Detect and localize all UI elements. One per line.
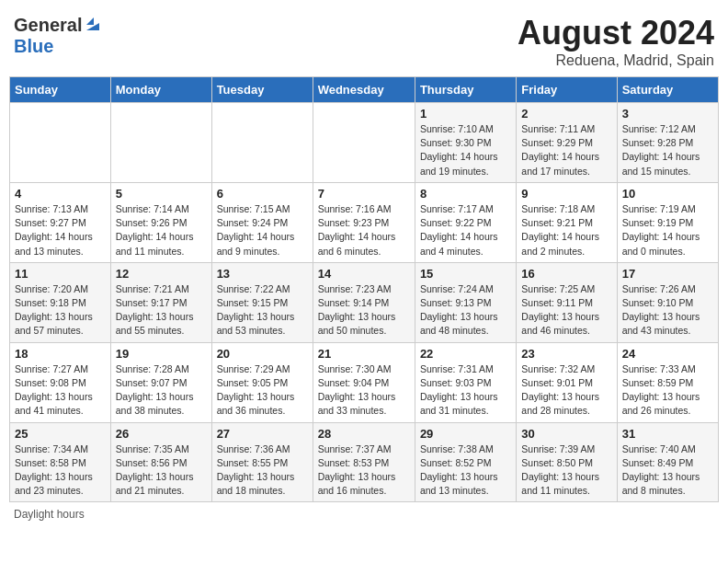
day-info: Sunrise: 7:17 AMSunset: 9:22 PMDaylight:… <box>420 202 511 259</box>
day-cell: 29Sunrise: 7:38 AMSunset: 8:52 PMDayligh… <box>415 422 516 502</box>
day-number: 3 <box>622 107 713 121</box>
day-number: 12 <box>116 267 207 281</box>
day-number: 31 <box>622 427 713 441</box>
day-cell: 30Sunrise: 7:39 AMSunset: 8:50 PMDayligh… <box>517 422 617 502</box>
day-info: Sunrise: 7:25 AMSunset: 9:11 PMDaylight:… <box>521 282 611 339</box>
day-info: Sunrise: 7:13 AMSunset: 9:27 PMDaylight:… <box>15 202 106 259</box>
day-info: Sunrise: 7:18 AMSunset: 9:21 PMDaylight:… <box>521 202 611 259</box>
day-number: 4 <box>15 187 106 201</box>
day-cell: 26Sunrise: 7:35 AMSunset: 8:56 PMDayligh… <box>110 422 211 502</box>
week-row-1: 1Sunrise: 7:10 AMSunset: 9:30 PMDaylight… <box>10 103 719 183</box>
day-info: Sunrise: 7:16 AMSunset: 9:23 PMDaylight:… <box>318 202 410 259</box>
day-cell: 31Sunrise: 7:40 AMSunset: 8:49 PMDayligh… <box>617 422 718 502</box>
day-cell <box>10 103 111 183</box>
day-number: 27 <box>217 427 308 441</box>
day-cell: 3Sunrise: 7:12 AMSunset: 9:28 PMDaylight… <box>617 103 718 183</box>
day-cell: 6Sunrise: 7:15 AMSunset: 9:24 PMDaylight… <box>211 182 313 262</box>
day-info: Sunrise: 7:11 AMSunset: 9:29 PMDaylight:… <box>521 122 611 178</box>
day-number: 8 <box>420 187 511 201</box>
day-number: 21 <box>318 347 410 361</box>
logo-arrow-icon <box>85 16 101 36</box>
day-info: Sunrise: 7:15 AMSunset: 9:24 PMDaylight:… <box>217 202 308 259</box>
logo-general-text: General <box>14 15 82 36</box>
week-row-4: 18Sunrise: 7:27 AMSunset: 9:08 PMDayligh… <box>10 342 719 422</box>
day-number: 24 <box>622 347 713 361</box>
header: General Blue August 2024 Reduena, Madrid… <box>9 9 719 69</box>
day-info: Sunrise: 7:23 AMSunset: 9:14 PMDaylight:… <box>318 282 410 339</box>
day-number: 14 <box>318 267 410 281</box>
day-cell: 12Sunrise: 7:21 AMSunset: 9:17 PMDayligh… <box>110 262 211 342</box>
day-cell <box>313 103 415 183</box>
footer-note: Daylight hours <box>9 508 719 521</box>
day-cell: 22Sunrise: 7:31 AMSunset: 9:03 PMDayligh… <box>415 342 516 422</box>
day-cell: 4Sunrise: 7:13 AMSunset: 9:27 PMDaylight… <box>10 182 111 262</box>
day-info: Sunrise: 7:40 AMSunset: 8:49 PMDaylight:… <box>622 442 713 499</box>
day-info: Sunrise: 7:39 AMSunset: 8:50 PMDaylight:… <box>521 442 611 499</box>
day-info: Sunrise: 7:29 AMSunset: 9:05 PMDaylight:… <box>217 362 308 419</box>
day-number: 30 <box>521 427 611 441</box>
day-number: 17 <box>622 267 713 281</box>
day-cell: 2Sunrise: 7:11 AMSunset: 9:29 PMDaylight… <box>517 103 617 183</box>
day-info: Sunrise: 7:27 AMSunset: 9:08 PMDaylight:… <box>15 362 106 419</box>
month-title: August 2024 <box>518 14 714 52</box>
day-cell: 7Sunrise: 7:16 AMSunset: 9:23 PMDaylight… <box>313 182 415 262</box>
day-cell: 27Sunrise: 7:36 AMSunset: 8:55 PMDayligh… <box>211 422 313 502</box>
day-info: Sunrise: 7:12 AMSunset: 9:28 PMDaylight:… <box>622 122 713 178</box>
day-cell: 21Sunrise: 7:30 AMSunset: 9:04 PMDayligh… <box>313 342 415 422</box>
day-cell <box>110 103 211 183</box>
location-title: Reduena, Madrid, Spain <box>518 52 714 69</box>
day-info: Sunrise: 7:33 AMSunset: 8:59 PMDaylight:… <box>622 362 713 419</box>
day-info: Sunrise: 7:21 AMSunset: 9:17 PMDaylight:… <box>116 282 207 339</box>
weekday-header-saturday: Saturday <box>617 77 718 103</box>
day-info: Sunrise: 7:36 AMSunset: 8:55 PMDaylight:… <box>217 442 308 499</box>
day-number: 6 <box>217 187 308 201</box>
logo-blue-text: Blue <box>14 36 53 56</box>
day-info: Sunrise: 7:32 AMSunset: 9:01 PMDaylight:… <box>521 362 611 419</box>
day-info: Sunrise: 7:38 AMSunset: 8:52 PMDaylight:… <box>420 442 511 499</box>
day-number: 16 <box>521 267 611 281</box>
day-number: 13 <box>217 267 308 281</box>
day-number: 18 <box>15 347 106 361</box>
day-info: Sunrise: 7:26 AMSunset: 9:10 PMDaylight:… <box>622 282 713 339</box>
day-number: 1 <box>420 107 511 121</box>
day-info: Sunrise: 7:37 AMSunset: 8:53 PMDaylight:… <box>318 442 410 499</box>
day-cell: 16Sunrise: 7:25 AMSunset: 9:11 PMDayligh… <box>517 262 617 342</box>
day-number: 20 <box>217 347 308 361</box>
day-info: Sunrise: 7:24 AMSunset: 9:13 PMDaylight:… <box>420 282 511 339</box>
day-cell: 1Sunrise: 7:10 AMSunset: 9:30 PMDaylight… <box>415 103 516 183</box>
weekday-header-row: SundayMondayTuesdayWednesdayThursdayFrid… <box>10 77 719 103</box>
day-info: Sunrise: 7:28 AMSunset: 9:07 PMDaylight:… <box>116 362 207 419</box>
day-info: Sunrise: 7:20 AMSunset: 9:18 PMDaylight:… <box>15 282 106 339</box>
day-cell: 11Sunrise: 7:20 AMSunset: 9:18 PMDayligh… <box>10 262 111 342</box>
day-number: 9 <box>521 187 611 201</box>
day-cell: 17Sunrise: 7:26 AMSunset: 9:10 PMDayligh… <box>617 262 718 342</box>
weekday-header-wednesday: Wednesday <box>313 77 415 103</box>
calendar-table: SundayMondayTuesdayWednesdayThursdayFrid… <box>9 76 719 502</box>
day-number: 29 <box>420 427 511 441</box>
day-number: 26 <box>116 427 207 441</box>
day-number: 23 <box>521 347 611 361</box>
svg-marker-1 <box>86 17 94 25</box>
day-info: Sunrise: 7:35 AMSunset: 8:56 PMDaylight:… <box>116 442 207 499</box>
weekday-header-tuesday: Tuesday <box>211 77 313 103</box>
day-number: 25 <box>15 427 106 441</box>
day-cell: 25Sunrise: 7:34 AMSunset: 8:58 PMDayligh… <box>10 422 111 502</box>
day-cell <box>211 103 313 183</box>
day-cell: 8Sunrise: 7:17 AMSunset: 9:22 PMDaylight… <box>415 182 516 262</box>
day-number: 10 <box>622 187 713 201</box>
weekday-header-thursday: Thursday <box>415 77 516 103</box>
day-cell: 15Sunrise: 7:24 AMSunset: 9:13 PMDayligh… <box>415 262 516 342</box>
day-cell: 13Sunrise: 7:22 AMSunset: 9:15 PMDayligh… <box>211 262 313 342</box>
day-cell: 20Sunrise: 7:29 AMSunset: 9:05 PMDayligh… <box>211 342 313 422</box>
day-number: 7 <box>318 187 410 201</box>
week-row-5: 25Sunrise: 7:34 AMSunset: 8:58 PMDayligh… <box>10 422 719 502</box>
week-row-2: 4Sunrise: 7:13 AMSunset: 9:27 PMDaylight… <box>10 182 719 262</box>
day-info: Sunrise: 7:10 AMSunset: 9:30 PMDaylight:… <box>420 122 511 178</box>
day-number: 22 <box>420 347 511 361</box>
day-info: Sunrise: 7:14 AMSunset: 9:26 PMDaylight:… <box>116 202 207 259</box>
day-number: 19 <box>116 347 207 361</box>
day-info: Sunrise: 7:19 AMSunset: 9:19 PMDaylight:… <box>622 202 713 259</box>
day-number: 15 <box>420 267 511 281</box>
weekday-header-friday: Friday <box>517 77 617 103</box>
day-number: 5 <box>116 187 207 201</box>
